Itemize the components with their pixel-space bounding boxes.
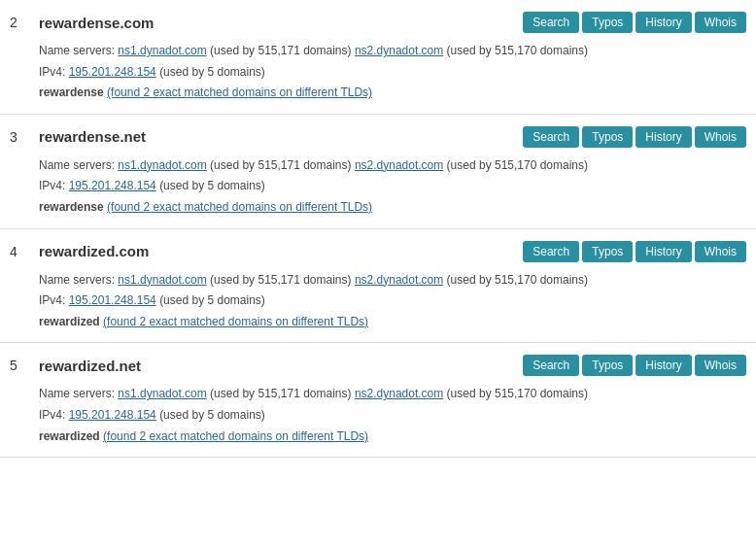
nameserver-line: Name servers: ns1.dynadot.com (used by 5… bbox=[39, 155, 746, 177]
search-button[interactable]: Search bbox=[523, 355, 579, 376]
nameserver-line: Name servers: ns1.dynadot.com (used by 5… bbox=[39, 41, 746, 62]
whois-button[interactable]: Whois bbox=[695, 241, 746, 262]
domain-name: rewardense.com bbox=[39, 15, 523, 31]
ipv4-used: (used by 5 domains) bbox=[159, 65, 265, 79]
typos-button[interactable]: Typos bbox=[582, 355, 633, 376]
whois-button[interactable]: Whois bbox=[695, 12, 746, 33]
typos-button[interactable]: Typos bbox=[582, 241, 633, 262]
search-button[interactable]: Search bbox=[523, 126, 579, 148]
ipv4-link[interactable]: 195.201.248.154 bbox=[69, 293, 156, 307]
domain-header: 5rewardized.netSearchTyposHistoryWhois bbox=[10, 355, 746, 376]
ipv4-link[interactable]: 195.201.248.154 bbox=[69, 179, 156, 192]
ipv4-used: (used by 5 domains) bbox=[159, 293, 265, 307]
domain-name: rewardense.net bbox=[39, 128, 523, 145]
keyword-line: rewardized (found 2 exact matched domain… bbox=[39, 312, 746, 333]
keyword-match-link[interactable]: (found 2 exact matched domains on differ… bbox=[107, 85, 372, 99]
button-group: SearchTyposHistoryWhois bbox=[523, 355, 746, 376]
domain-details: Name servers: ns1.dynadot.com (used by 5… bbox=[10, 384, 746, 447]
search-button[interactable]: Search bbox=[523, 12, 579, 33]
ns1-link[interactable]: ns1.dynadot.com bbox=[118, 158, 206, 172]
ns2-link[interactable]: ns2.dynadot.com bbox=[355, 158, 443, 172]
keyword-line: rewardense (found 2 exact matched domain… bbox=[39, 83, 746, 104]
domain-name: rewardized.com bbox=[39, 243, 523, 259]
history-button[interactable]: History bbox=[636, 12, 691, 33]
ns1-link[interactable]: ns1.dynadot.com bbox=[118, 44, 206, 57]
nameserver-line: Name servers: ns1.dynadot.com (used by 5… bbox=[39, 384, 746, 405]
domain-details: Name servers: ns1.dynadot.com (used by 5… bbox=[10, 155, 746, 219]
search-button[interactable]: Search bbox=[523, 241, 579, 262]
domain-row: 2rewardense.comSearchTyposHistoryWhoisNa… bbox=[0, 0, 756, 115]
domain-header: 2rewardense.comSearchTyposHistoryWhois bbox=[10, 12, 746, 33]
ns1-link[interactable]: ns1.dynadot.com bbox=[118, 387, 206, 400]
keyword: rewardense bbox=[39, 200, 104, 214]
ns1-used: (used by 515,171 domains) bbox=[210, 273, 351, 287]
nameserver-line: Name servers: ns1.dynadot.com (used by 5… bbox=[39, 270, 746, 291]
domain-number: 4 bbox=[10, 244, 39, 259]
domain-details: Name servers: ns1.dynadot.com (used by 5… bbox=[10, 41, 746, 104]
history-button[interactable]: History bbox=[636, 355, 691, 376]
ns1-used: (used by 515,171 domains) bbox=[210, 158, 351, 172]
ns1-used: (used by 515,171 domains) bbox=[210, 387, 351, 400]
domain-number: 3 bbox=[10, 129, 39, 145]
whois-button[interactable]: Whois bbox=[695, 355, 746, 376]
ipv4-used: (used by 5 domains) bbox=[159, 408, 265, 422]
button-group: SearchTyposHistoryWhois bbox=[523, 126, 746, 148]
button-group: SearchTyposHistoryWhois bbox=[523, 241, 746, 262]
ipv4-line: IPv4: 195.201.248.154 (used by 5 domains… bbox=[39, 291, 746, 312]
domain-row: 4rewardized.comSearchTyposHistoryWhoisNa… bbox=[0, 229, 756, 344]
button-group: SearchTyposHistoryWhois bbox=[523, 12, 746, 33]
ns2-used: (used by 515,170 domains) bbox=[447, 44, 588, 57]
ns2-link[interactable]: ns2.dynadot.com bbox=[355, 387, 443, 400]
history-button[interactable]: History bbox=[636, 241, 691, 262]
ns2-used: (used by 515,170 domains) bbox=[447, 158, 588, 172]
ns2-used: (used by 515,170 domains) bbox=[447, 273, 588, 287]
ipv4-link[interactable]: 195.201.248.154 bbox=[69, 408, 156, 422]
domain-name: rewardized.net bbox=[39, 358, 523, 374]
keyword-line: rewardized (found 2 exact matched domain… bbox=[39, 427, 746, 448]
domain-number: 5 bbox=[10, 358, 39, 373]
keyword-match-link[interactable]: (found 2 exact matched domains on differ… bbox=[107, 200, 372, 214]
ipv4-line: IPv4: 195.201.248.154 (used by 5 domains… bbox=[39, 405, 746, 427]
keyword-match-link[interactable]: (found 2 exact matched domains on differ… bbox=[103, 315, 368, 328]
domain-details: Name servers: ns1.dynadot.com (used by 5… bbox=[10, 270, 746, 333]
ipv4-link[interactable]: 195.201.248.154 bbox=[69, 65, 156, 79]
ns1-link[interactable]: ns1.dynadot.com bbox=[118, 273, 206, 287]
ipv4-line: IPv4: 195.201.248.154 (used by 5 domains… bbox=[39, 176, 746, 197]
typos-button[interactable]: Typos bbox=[582, 126, 633, 148]
keyword-line: rewardense (found 2 exact matched domain… bbox=[39, 197, 746, 219]
ipv4-used: (used by 5 domains) bbox=[159, 179, 265, 192]
ipv4-line: IPv4: 195.201.248.154 (used by 5 domains… bbox=[39, 62, 746, 84]
domain-row: 5rewardized.netSearchTyposHistoryWhoisNa… bbox=[0, 343, 756, 458]
domain-header: 4rewardized.comSearchTyposHistoryWhois bbox=[10, 241, 746, 262]
keyword-match-link[interactable]: (found 2 exact matched domains on differ… bbox=[103, 429, 368, 443]
domain-number: 2 bbox=[10, 15, 39, 30]
ns1-used: (used by 515,171 domains) bbox=[210, 44, 351, 57]
keyword: rewardized bbox=[39, 429, 100, 443]
ns2-link[interactable]: ns2.dynadot.com bbox=[355, 273, 443, 287]
domain-header: 3rewardense.netSearchTyposHistoryWhois bbox=[10, 126, 746, 148]
keyword: rewardized bbox=[39, 315, 100, 328]
ns2-used: (used by 515,170 domains) bbox=[447, 387, 588, 400]
ns2-link[interactable]: ns2.dynadot.com bbox=[355, 44, 443, 57]
whois-button[interactable]: Whois bbox=[695, 126, 746, 148]
domain-row: 3rewardense.netSearchTyposHistoryWhoisNa… bbox=[0, 115, 756, 229]
history-button[interactable]: History bbox=[636, 126, 691, 148]
keyword: rewardense bbox=[39, 85, 104, 99]
typos-button[interactable]: Typos bbox=[582, 12, 633, 33]
